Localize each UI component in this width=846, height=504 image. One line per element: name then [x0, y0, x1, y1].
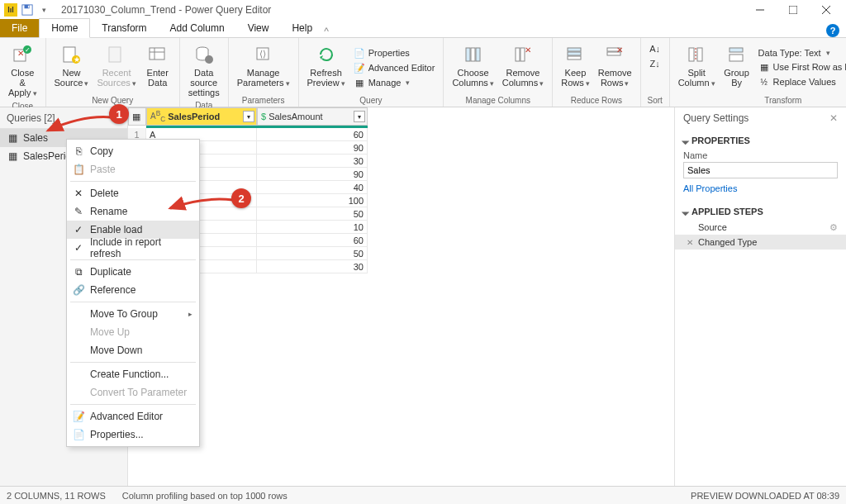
svg-rect-35	[689, 48, 694, 61]
cm-include-refresh[interactable]: ✓Include in report refresh	[67, 239, 199, 257]
ribbon-collapse-icon[interactable]: ^	[324, 26, 329, 37]
arrow-1	[41, 111, 116, 136]
sort-asc-icon: A↓	[649, 43, 661, 55]
column-header-salesamount[interactable]: $ SalesAmount ▾	[257, 107, 368, 126]
delete-step-icon[interactable]: ✕	[687, 238, 693, 247]
data-source-settings-button[interactable]: Data source settings	[185, 41, 223, 99]
cell-salesamount[interactable]: 40	[257, 181, 368, 194]
svg-rect-14	[109, 47, 121, 62]
table-row[interactable]: 60	[128, 234, 674, 247]
svg-rect-24	[471, 48, 475, 61]
all-properties-link[interactable]: All Properties	[683, 183, 838, 193]
data-type-button[interactable]: Data Type: Text	[755, 46, 846, 59]
type-currency-icon: $	[261, 112, 266, 121]
table-row[interactable]: 10	[128, 221, 674, 234]
cell-salesamount[interactable]: 10	[257, 221, 368, 234]
query-name-input[interactable]	[683, 162, 838, 178]
cm-duplicate[interactable]: ⧉Duplicate	[67, 263, 199, 281]
cm-move-to-group[interactable]: Move To Group▸	[67, 305, 199, 323]
column-header-salesperiod[interactable]: ABC SalesPeriod ▾	[146, 107, 257, 126]
manage-parameters-icon: ⟨⟩	[252, 43, 275, 66]
remove-columns-button[interactable]: ✕Remove Columns	[499, 41, 547, 94]
tab-home[interactable]: Home	[39, 18, 90, 38]
cell-salesamount[interactable]: 30	[257, 155, 368, 168]
cell-salesamount[interactable]: 90	[257, 168, 368, 181]
cell-salesamount[interactable]: 50	[257, 247, 368, 260]
manage-parameters-button[interactable]: ⟨⟩Manage Parameters	[234, 41, 293, 94]
check-icon: ✓	[72, 223, 85, 236]
manage-button[interactable]: ▦Manage	[350, 75, 439, 90]
advanced-editor-icon: 📝	[72, 410, 85, 423]
data-source-settings-icon	[192, 43, 216, 66]
table-row[interactable]: 90	[128, 141, 674, 155]
split-column-button[interactable]: Split Column	[675, 41, 719, 94]
help-icon[interactable]: ?	[826, 24, 839, 37]
group-by-button[interactable]: Group By	[720, 41, 753, 94]
cell-salesamount[interactable]: 30	[257, 260, 368, 273]
group-label-managecolumns: Manage Columns	[449, 94, 547, 105]
save-icon[interactable]	[20, 2, 35, 17]
filter-dropdown-icon[interactable]: ▾	[243, 111, 254, 122]
svg-rect-2	[28, 6, 29, 8]
remove-rows-button[interactable]: ✕Remove Rows	[595, 41, 635, 94]
context-menu: ⎘Copy 📋Paste ✕Delete ✎Rename ✓Enable loa…	[66, 139, 200, 447]
close-button[interactable]	[810, 0, 843, 20]
table-row[interactable]: 30	[128, 260, 674, 273]
cm-properties[interactable]: 📄Properties...	[67, 426, 199, 444]
applied-step-source[interactable]: Source⚙	[675, 220, 846, 235]
advanced-editor-button[interactable]: 📝Advanced Editor	[350, 60, 439, 75]
cm-copy[interactable]: ⎘Copy	[67, 142, 199, 160]
svg-rect-38	[730, 48, 743, 52]
cm-advanced-editor[interactable]: 📝Advanced Editor	[67, 407, 199, 426]
first-row-headers-button[interactable]: ▦Use First Row as Headers	[755, 59, 846, 74]
filter-dropdown-icon[interactable]: ▾	[354, 111, 365, 122]
cell-salesamount[interactable]: 90	[257, 141, 368, 155]
gear-icon[interactable]: ⚙	[829, 222, 838, 233]
applied-step-changed-type[interactable]: ✕Changed Type	[675, 235, 846, 250]
properties-button[interactable]: 📄Properties	[350, 45, 439, 60]
cell-salesamount[interactable]: 50	[257, 207, 368, 221]
sort-asc-button[interactable]: A↓	[646, 41, 664, 56]
sort-desc-button[interactable]: Z↓	[646, 56, 664, 71]
maximize-button[interactable]	[777, 0, 810, 20]
tab-help[interactable]: Help	[280, 19, 324, 37]
status-profiling: Column profiling based on top 1000 rows	[122, 491, 288, 501]
recent-sources-button[interactable]: Recent Sources	[93, 41, 139, 94]
keep-rows-button[interactable]: Keep Rows	[558, 41, 593, 94]
cell-salesamount[interactable]: 60	[257, 128, 368, 141]
refresh-preview-button[interactable]: Refresh Preview	[304, 41, 349, 94]
enter-data-button[interactable]: Enter Data	[141, 41, 174, 94]
arrow-2	[165, 193, 240, 215]
cell-salesamount[interactable]: 60	[257, 234, 368, 247]
undo-dropdown-icon[interactable]: ▾	[36, 2, 51, 17]
tab-transform[interactable]: Transform	[90, 19, 158, 37]
status-bar: 2 COLUMNS, 11 ROWS Column profiling base…	[0, 486, 846, 504]
tab-file[interactable]: File	[0, 19, 39, 37]
cm-reference[interactable]: 🔗Reference	[67, 281, 199, 299]
cm-create-function[interactable]: Create Function...	[67, 365, 199, 383]
quick-access-toolbar: lıl ▾	[3, 2, 51, 17]
table-row[interactable]: 40	[128, 181, 674, 194]
replace-values-button[interactable]: ½Replace Values	[755, 74, 846, 89]
cm-move-down[interactable]: Move Down	[67, 341, 199, 359]
type-text-icon: ABC	[150, 109, 165, 123]
cell-salesamount[interactable]: 100	[257, 194, 368, 207]
table-row[interactable]: 50	[128, 247, 674, 260]
choose-columns-button[interactable]: Choose Columns	[449, 41, 497, 94]
table-row[interactable]: 90	[128, 168, 674, 181]
group-label-query: Query	[304, 94, 439, 105]
table-row[interactable]: 30	[128, 155, 674, 168]
new-source-button[interactable]: ★New Source	[51, 41, 93, 94]
tab-view[interactable]: View	[236, 19, 281, 37]
status-preview-time: PREVIEW DOWNLOADED AT 08:39	[691, 491, 839, 501]
table-row[interactable]: 1A60	[128, 128, 674, 141]
menu-tabs: File Home Transform Add Column View Help…	[0, 20, 846, 38]
settings-close-icon[interactable]: ✕	[829, 112, 838, 124]
close-apply-button[interactable]: ✕✓ Close & Apply	[5, 41, 40, 100]
tab-add-column[interactable]: Add Column	[159, 19, 236, 37]
grid-corner-button[interactable]: ▦	[128, 107, 146, 126]
advanced-editor-icon: 📝	[354, 62, 365, 74]
properties-section-head: PROPERTIES	[683, 136, 838, 145]
minimize-button[interactable]	[744, 0, 777, 20]
svg-rect-4	[789, 6, 797, 14]
